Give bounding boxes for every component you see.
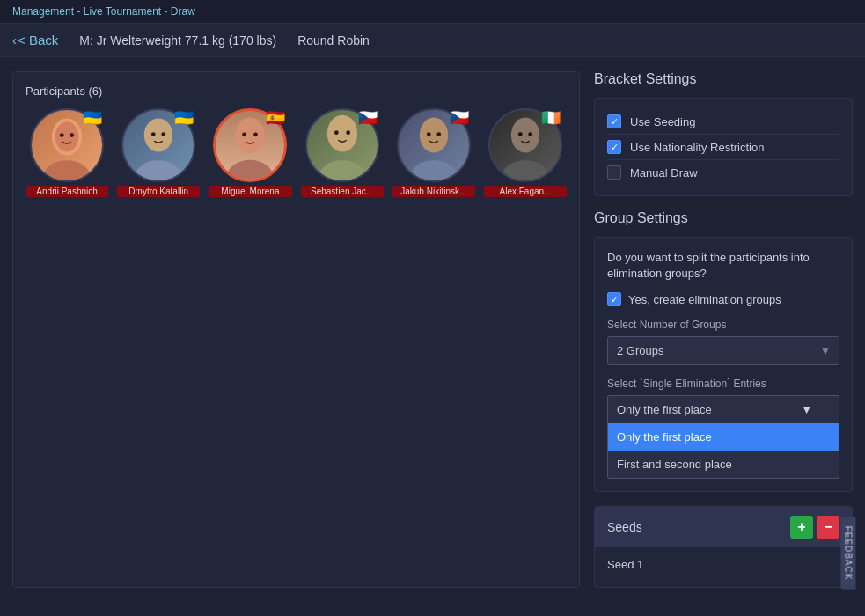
nav-tournament-type: Round Robin — [297, 33, 370, 48]
svg-point-20 — [436, 132, 441, 136]
svg-point-3 — [60, 133, 64, 137]
svg-point-2 — [43, 160, 90, 180]
participant-name: Andrii Pashnich — [26, 186, 108, 197]
manual-draw-checkbox[interactable] — [607, 165, 621, 180]
manual-draw-row: Manual Draw — [607, 159, 839, 185]
flag-icon: 🇺🇦 — [83, 110, 102, 126]
svg-point-24 — [528, 132, 532, 136]
list-item: 🇪🇸 Miguel Morena — [209, 108, 291, 197]
svg-point-1 — [55, 121, 79, 151]
use-nationality-checkbox[interactable]: ✓ — [607, 140, 621, 154]
remove-seed-button[interactable]: − — [817, 516, 839, 539]
checkmark-icon: ✓ — [611, 294, 619, 305]
svg-point-18 — [410, 160, 457, 180]
svg-point-22 — [502, 160, 548, 180]
yes-create-groups-checkbox[interactable]: ✓ — [607, 292, 621, 306]
svg-point-23 — [518, 132, 523, 136]
participant-name: Dmytro Katallin — [117, 186, 200, 197]
seeds-box: Seeds + − Seed 1 — [594, 506, 853, 588]
avatar: 🇨🇿 — [305, 108, 379, 182]
svg-point-10 — [227, 160, 273, 180]
groups-select[interactable]: 1 Group 2 Groups 3 Groups 4 Groups — [607, 336, 839, 365]
avatar: 🇺🇦 — [121, 108, 195, 182]
svg-point-12 — [254, 133, 259, 137]
participant-name: Sebastien Jac... — [301, 186, 384, 197]
list-item: 🇨🇿 Jakub Nikitinsk... — [392, 108, 475, 197]
avatar: 🇺🇦 — [30, 108, 104, 182]
svg-point-13 — [326, 115, 356, 152]
svg-point-15 — [334, 130, 339, 135]
main-content: Participants (6) 🇺🇦 — [0, 57, 865, 602]
flag-icon: 🇪🇸 — [266, 110, 285, 126]
seeds-header: Seeds + − — [595, 507, 852, 547]
svg-point-16 — [346, 130, 350, 135]
chevron-down-icon: ▼ — [801, 403, 812, 416]
entries-option-first-only[interactable]: Only the first place — [608, 423, 839, 451]
bracket-settings-title: Bracket Settings — [594, 71, 853, 87]
participant-name: Jakub Nikitinsk... — [392, 186, 475, 197]
use-nationality-row: ✓ Use Nationality Restriction — [607, 134, 839, 159]
yes-create-groups-label: Yes, create elimination groups — [628, 293, 781, 306]
entries-label: Select `Single Elimination` Entries — [607, 378, 839, 390]
svg-point-7 — [151, 132, 156, 136]
groups-label: Select Number of Groups — [607, 319, 839, 331]
right-panel: Bracket Settings ✓ Use Seeding ✓ Use Nat… — [594, 71, 853, 588]
use-seeding-row: ✓ Use Seeding — [607, 109, 839, 134]
breadcrumb: Management - Live Tournament - Draw — [0, 0, 865, 24]
group-question: Do you want to split the participants in… — [607, 250, 839, 282]
svg-point-8 — [162, 132, 166, 136]
back-button[interactable]: ‹ < Back — [12, 33, 58, 48]
nav-bar: ‹ < Back M: Jr Welterweight 77.1 kg (170… — [0, 24, 865, 57]
bracket-settings-box: ✓ Use Seeding ✓ Use Nationality Restrict… — [594, 98, 853, 196]
list-item: 🇺🇦 Andrii Pashnich — [26, 108, 108, 197]
flag-icon: 🇮🇪 — [541, 110, 561, 126]
flag-icon: 🇺🇦 — [174, 110, 194, 126]
participant-name: Alex Fagan... — [484, 186, 567, 197]
breadcrumb-text: Management - Live Tournament - Draw — [12, 5, 195, 18]
entries-option-first-second[interactable]: First and second place — [608, 451, 839, 478]
seed1-label: Seed 1 — [607, 558, 839, 571]
list-item: 🇨🇿 Sebastien Jac... — [301, 108, 384, 197]
svg-point-19 — [427, 132, 431, 136]
entries-dropdown-list: Only the first place First and second pl… — [607, 423, 839, 479]
checkmark-icon: ✓ — [611, 143, 619, 152]
flag-icon: 🇨🇿 — [450, 110, 469, 126]
avatar: 🇪🇸 — [213, 108, 287, 182]
entries-dropdown-display[interactable]: Only the first place ▼ — [607, 395, 839, 423]
seeds-controls: + − — [790, 516, 839, 539]
seeds-title: Seeds — [607, 520, 642, 534]
participants-title: Participants (6) — [26, 84, 567, 98]
svg-point-5 — [144, 119, 172, 152]
back-icon: ‹ — [12, 33, 17, 48]
entries-current-value: Only the first place — [617, 403, 712, 416]
svg-point-21 — [511, 118, 539, 153]
svg-point-17 — [420, 118, 448, 153]
participants-panel: Participants (6) 🇺🇦 — [12, 71, 580, 588]
svg-point-6 — [136, 160, 182, 180]
svg-point-4 — [70, 133, 74, 137]
group-settings-box: Do you want to split the participants in… — [594, 237, 853, 492]
participant-name: Miguel Morena — [209, 186, 291, 197]
checkmark-icon: ✓ — [611, 117, 619, 127]
group-settings-title: Group Settings — [594, 210, 853, 226]
flag-icon: 🇨🇿 — [358, 110, 378, 126]
groups-select-wrapper: 1 Group 2 Groups 3 Groups 4 Groups ▼ — [607, 336, 839, 365]
list-item: 🇮🇪 Alex Fagan... — [484, 108, 567, 197]
use-seeding-label: Use Seeding — [630, 115, 695, 128]
nav-category: M: Jr Welterweight 77.1 kg (170 lbs) — [79, 33, 276, 48]
use-seeding-checkbox[interactable]: ✓ — [607, 114, 621, 128]
manual-draw-label: Manual Draw — [630, 166, 698, 180]
entries-dropdown: Only the first place ▼ Only the first pl… — [607, 395, 839, 479]
svg-point-11 — [243, 133, 247, 137]
feedback-tab[interactable]: FEEDBACK — [841, 517, 856, 590]
seeds-body: Seed 1 — [595, 547, 852, 587]
add-seed-button[interactable]: + — [790, 516, 813, 539]
avatar: 🇮🇪 — [488, 108, 562, 182]
svg-point-14 — [319, 160, 365, 180]
avatar: 🇨🇿 — [397, 108, 471, 182]
back-label: < Back — [18, 33, 58, 48]
feedback-label: FEEDBACK — [844, 526, 854, 581]
list-item: 🇺🇦 Dmytro Katallin — [117, 108, 200, 197]
svg-point-9 — [236, 117, 265, 153]
yes-checkbox-row: ✓ Yes, create elimination groups — [607, 292, 839, 306]
